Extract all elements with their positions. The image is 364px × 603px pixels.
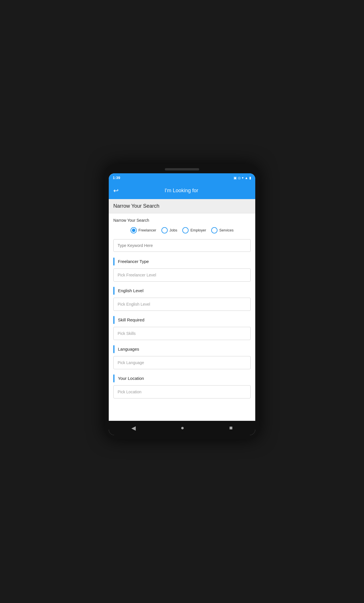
- form-section-languages-header: Languages: [113, 345, 251, 353]
- status-bar: 1:39 ▣ ◎ ▾ ▲ ▮: [109, 173, 255, 182]
- device-screen: 1:39 ▣ ◎ ▾ ▲ ▮ ↩ I'm Looking for Narrow …: [109, 173, 255, 435]
- form-section-freelancer-type-header: Freelancer Type: [113, 258, 251, 266]
- location-icon: ◎: [238, 176, 241, 180]
- radio-freelancer-label: Freelancer: [139, 228, 156, 232]
- form-section-your-location: Your Location Pick Location: [113, 374, 251, 398]
- section-header-title: Narrow Your Search: [113, 203, 159, 209]
- languages-placeholder: Pick Language: [118, 360, 144, 365]
- languages-dropdown[interactable]: Pick Language: [113, 356, 251, 369]
- status-time: 1:39: [113, 176, 120, 180]
- english-level-placeholder: Pick English Level: [118, 302, 150, 307]
- nav-back-button[interactable]: ◀: [131, 425, 136, 431]
- radio-jobs-label: Jobs: [169, 228, 177, 232]
- form-section-languages: Languages Pick Language: [113, 345, 251, 369]
- top-bar: ↩ I'm Looking for: [109, 182, 255, 199]
- keyword-search-wrapper: [113, 239, 251, 252]
- nav-home-button[interactable]: ●: [181, 425, 184, 431]
- radio-jobs-circle: [161, 227, 168, 233]
- section-accent-languages: [113, 345, 114, 353]
- radio-employer[interactable]: Employer: [182, 227, 206, 233]
- device-frame: 1:39 ▣ ◎ ▾ ▲ ▮ ↩ I'm Looking for Narrow …: [105, 164, 259, 439]
- wifi-icon: ▾: [242, 176, 244, 180]
- english-level-dropdown[interactable]: Pick English Level: [113, 298, 251, 311]
- form-section-english-level: English Level Pick English Level: [113, 287, 251, 311]
- freelancer-type-label: Freelancer Type: [118, 259, 149, 264]
- sim-icon: ▣: [234, 176, 237, 180]
- content-area: Narrow Your Search Freelancer Jobs Emplo…: [109, 213, 255, 421]
- section-header: Narrow Your Search: [109, 199, 255, 213]
- skill-required-placeholder: Pick Skills: [118, 331, 136, 336]
- radio-services-label: Services: [219, 228, 234, 232]
- languages-label: Languages: [118, 347, 139, 351]
- keyword-search-input[interactable]: [118, 243, 246, 248]
- section-accent-skill-required: [113, 316, 114, 324]
- form-section-english-level-header: English Level: [113, 287, 251, 295]
- form-section-skill-required-header: Skill Required: [113, 316, 251, 324]
- freelancer-level-dropdown[interactable]: Pick Freelancer Level: [113, 268, 251, 282]
- radio-freelancer[interactable]: Freelancer: [130, 227, 156, 233]
- radio-services-circle: [211, 227, 217, 233]
- signal-icon: ▲: [245, 176, 248, 180]
- device-notch: [165, 168, 199, 170]
- radio-employer-circle: [182, 227, 189, 233]
- status-icons: ▣ ◎ ▾ ▲ ▮: [234, 176, 251, 180]
- location-dropdown[interactable]: Pick Location: [113, 385, 251, 398]
- bottom-nav: ◀ ● ■: [109, 421, 255, 435]
- back-button[interactable]: ↩: [113, 188, 118, 194]
- form-section-freelancer-type: Freelancer Type Pick Freelancer Level: [113, 258, 251, 282]
- radio-jobs[interactable]: Jobs: [161, 227, 177, 233]
- search-type-radio-group: Freelancer Jobs Employer Services: [113, 227, 251, 233]
- radio-employer-label: Employer: [190, 228, 206, 232]
- english-level-label: English Level: [118, 288, 143, 293]
- skill-required-label: Skill Required: [118, 317, 145, 322]
- section-accent-your-location: [113, 374, 114, 382]
- radio-freelancer-circle: [130, 227, 137, 233]
- narrow-search-label: Narrow Your Search: [113, 218, 251, 223]
- nav-recents-button[interactable]: ■: [229, 425, 233, 431]
- battery-icon: ▮: [249, 176, 251, 180]
- section-accent-freelancer-type: [113, 258, 114, 266]
- your-location-label: Your Location: [118, 376, 144, 381]
- radio-services[interactable]: Services: [211, 227, 234, 233]
- freelancer-level-placeholder: Pick Freelancer Level: [118, 273, 156, 277]
- page-title: I'm Looking for: [122, 188, 241, 194]
- skill-required-dropdown[interactable]: Pick Skills: [113, 327, 251, 340]
- form-section-skill-required: Skill Required Pick Skills: [113, 316, 251, 340]
- form-section-your-location-header: Your Location: [113, 374, 251, 382]
- section-accent-english-level: [113, 287, 114, 295]
- location-placeholder: Pick Location: [118, 390, 141, 394]
